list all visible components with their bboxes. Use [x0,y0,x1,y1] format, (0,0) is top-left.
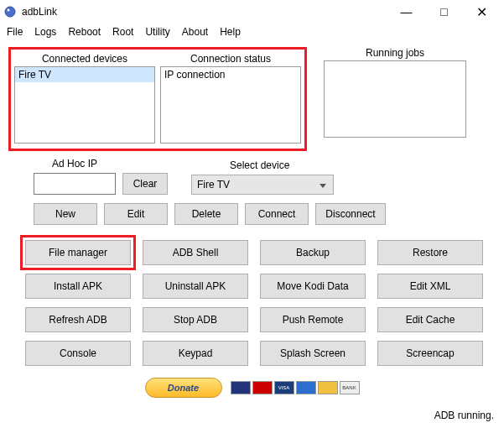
payment-cards-icon: VISA BANK [231,381,360,394]
menu-logs[interactable]: Logs [34,26,56,38]
clear-button[interactable]: Clear [122,173,168,195]
menu-utility[interactable]: Utility [145,26,169,38]
stop-adb-button[interactable]: Stop ADB [143,307,248,332]
adhoc-ip-input[interactable] [34,173,116,195]
svg-point-0 [5,7,15,17]
list-item[interactable]: Fire TV [15,67,154,82]
svg-point-1 [8,9,10,12]
running-jobs-list[interactable] [324,60,466,138]
titlebar: adbLink — □ ✕ [0,0,504,23]
restore-button[interactable]: Restore [377,240,483,265]
push-remote-button[interactable]: Push Remote [260,307,366,332]
edit-button[interactable]: Edit [104,203,168,225]
connected-devices-list[interactable]: Fire TV [14,66,155,144]
window-title: adbLink [22,6,57,18]
backup-button[interactable]: Backup [260,240,366,265]
uninstall-apk-button[interactable]: Uninstall APK [143,274,248,299]
edit-xml-button[interactable]: Edit XML [377,274,483,299]
install-apk-button[interactable]: Install APK [25,274,131,299]
console-button[interactable]: Console [25,341,131,366]
select-device-dropdown[interactable]: Fire TV [191,175,334,195]
connection-status-label: Connection status [190,53,271,65]
minimize-button[interactable]: — [387,0,425,23]
file-manager-button[interactable]: File manager [25,240,131,265]
list-item: IP connection [161,67,300,82]
close-button[interactable]: ✕ [463,0,501,23]
adb-shell-button[interactable]: ADB Shell [143,240,248,265]
adhoc-ip-label: Ad Hoc IP [52,158,97,170]
new-button[interactable]: New [34,203,97,225]
status-text: ADB running. [434,410,494,421]
connection-status-list[interactable]: IP connection [160,66,301,144]
app-icon [3,5,17,18]
edit-cache-button[interactable]: Edit Cache [377,307,483,332]
donate-button[interactable]: Donate [145,378,222,398]
running-jobs-label: Running jobs [366,47,424,59]
menubar: File Logs Reboot Root Utility About Help [0,23,504,40]
connect-button[interactable]: Connect [245,203,309,225]
delete-button[interactable]: Delete [174,203,238,225]
select-device-value: Fire TV [197,179,230,191]
move-kodi-data-button[interactable]: Move Kodi Data [260,274,366,299]
highlight-top-panels: Connected devices Fire TV Connection sta… [8,47,307,151]
disconnect-button[interactable]: Disconnect [315,203,386,225]
menu-root[interactable]: Root [112,26,133,38]
menu-help[interactable]: Help [220,26,241,38]
refresh-adb-button[interactable]: Refresh ADB [25,307,131,332]
connected-devices-label: Connected devices [42,53,127,65]
select-device-label: Select device [230,159,289,171]
menu-file[interactable]: File [7,26,23,38]
screencap-button[interactable]: Screencap [377,341,483,366]
menu-reboot[interactable]: Reboot [68,26,101,38]
maximize-button[interactable]: □ [425,0,463,23]
menu-about[interactable]: About [182,26,208,38]
app-window: adbLink — □ ✕ File Logs Reboot Root Util… [0,0,504,428]
keypad-button[interactable]: Keypad [143,341,248,366]
splash-screen-button[interactable]: Splash Screen [260,341,366,366]
